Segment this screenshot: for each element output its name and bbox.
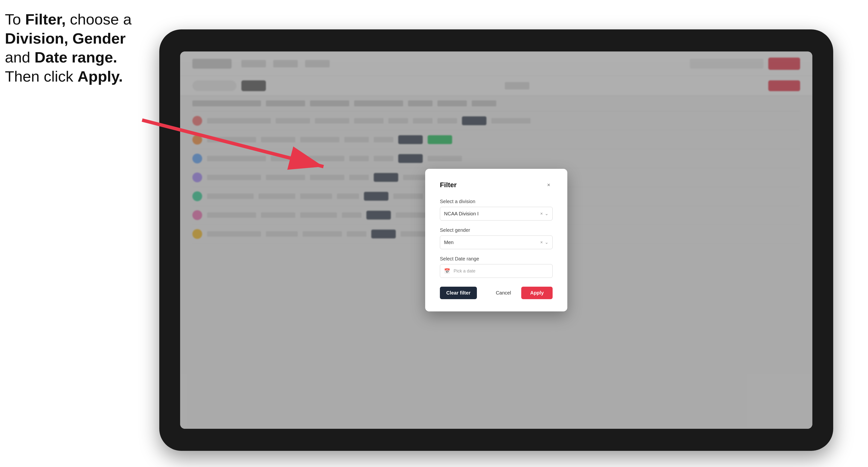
calendar-icon: 📅 (444, 268, 450, 274)
modal-footer-actions: Cancel Apply (489, 287, 553, 299)
gender-label: Select gender (440, 227, 553, 233)
gender-field: Select gender Men × ⌄ (440, 227, 553, 249)
modal-overlay: Filter × Select a division NCAA Division… (180, 52, 812, 429)
instruction-text: To Filter, choose a Division, Gender and… (5, 10, 147, 86)
division-select-icons: × ⌄ (540, 211, 549, 216)
division-select[interactable]: NCAA Division I × ⌄ (440, 207, 553, 220)
instruction-line2: Division, Gender (5, 29, 147, 48)
date-range-field: Select Date range 📅 Pick a date (440, 256, 553, 278)
date-range-input[interactable]: 📅 Pick a date (440, 264, 553, 278)
clear-gender-icon[interactable]: × (540, 240, 543, 245)
instruction-line3: and Date range. (5, 48, 147, 67)
apply-button[interactable]: Apply (521, 287, 553, 299)
gender-select[interactable]: Men × ⌄ (440, 236, 553, 249)
division-select-value: NCAA Division I (444, 211, 478, 217)
instruction-line4: Then click Apply. (5, 67, 147, 86)
cancel-button[interactable]: Cancel (489, 287, 517, 299)
modal-footer: Clear filter Cancel Apply (440, 287, 553, 299)
clear-division-icon[interactable]: × (540, 211, 543, 216)
modal-title: Filter (440, 181, 457, 189)
date-placeholder: Pick a date (454, 269, 475, 274)
clear-filter-button[interactable]: Clear filter (440, 287, 477, 299)
gender-select-value: Men (444, 240, 454, 245)
tablet-screen: Filter × Select a division NCAA Division… (180, 52, 812, 429)
chevron-division-icon: ⌄ (545, 211, 549, 216)
tablet-frame: Filter × Select a division NCAA Division… (159, 29, 833, 451)
instruction-line1: To Filter, choose a (5, 10, 147, 29)
division-label: Select a division (440, 199, 553, 204)
modal-close-button[interactable]: × (545, 181, 553, 189)
date-range-label: Select Date range (440, 256, 553, 262)
division-field: Select a division NCAA Division I × ⌄ (440, 199, 553, 220)
modal-header: Filter × (440, 181, 553, 189)
filter-modal: Filter × Select a division NCAA Division… (425, 169, 567, 311)
chevron-gender-icon: ⌄ (545, 240, 549, 245)
gender-select-icons: × ⌄ (540, 240, 549, 245)
